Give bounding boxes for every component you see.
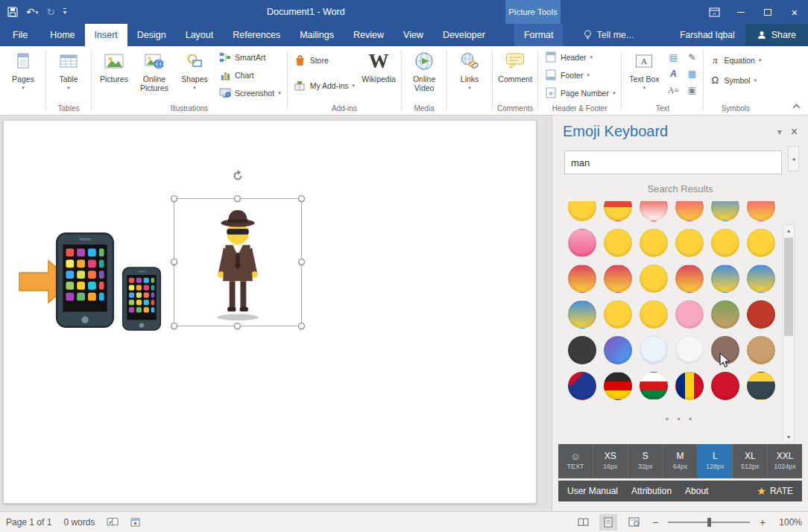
emoji-smiling-face[interactable]: [564, 201, 600, 225]
emoji-search-input[interactable]: [564, 151, 782, 174]
page-indicator[interactable]: Page 1 of 1: [6, 517, 51, 528]
scroll-up-icon[interactable]: ▴: [783, 225, 794, 236]
selection-handle-e[interactable]: [298, 259, 305, 265]
date-time-button[interactable]: ▦: [683, 66, 701, 81]
table-button[interactable]: Table▾: [48, 47, 89, 91]
tab-layout[interactable]: Layout: [176, 24, 224, 46]
proofing-icon[interactable]: [107, 517, 119, 527]
selection-handle-sw[interactable]: [171, 323, 177, 329]
page-number-button[interactable]: # Page Number ▾: [540, 85, 619, 101]
size-option-xs[interactable]: XS16px: [593, 444, 628, 478]
emoji-boy[interactable]: [707, 261, 743, 297]
footer-link-user-manual[interactable]: User Manual: [567, 486, 618, 496]
tab-developer[interactable]: Developer: [433, 24, 495, 46]
tab-mailings[interactable]: Mailings: [290, 24, 344, 46]
pictures-button[interactable]: Pictures: [94, 47, 134, 83]
scrollbar-thumb[interactable]: [784, 238, 793, 336]
emoji-flag-cayman-islands[interactable]: [564, 368, 600, 404]
emoji-family-four[interactable]: [707, 225, 743, 261]
smartart-button[interactable]: SmartArt: [215, 49, 285, 65]
zoom-in-button[interactable]: +: [757, 516, 768, 528]
size-option-xl[interactable]: XL512px: [733, 444, 768, 478]
size-option-m[interactable]: M64px: [663, 444, 698, 478]
emoji-flag-germany[interactable]: [600, 368, 636, 404]
equation-button[interactable]: π Equation ▾: [706, 52, 765, 68]
tab-references[interactable]: References: [223, 24, 290, 46]
zoom-level[interactable]: 100%: [775, 517, 802, 528]
size-option-l[interactable]: L128px: [698, 444, 733, 478]
emoji-flag-oman[interactable]: [636, 368, 672, 404]
emoji-family-woman-girl[interactable]: [743, 201, 779, 225]
emoji-family-woman-boys[interactable]: [672, 261, 707, 297]
selection-handle-s[interactable]: [234, 323, 241, 329]
selected-picture[interactable]: [174, 198, 302, 326]
save-button[interactable]: [7, 7, 18, 17]
emoji-family-man-woman-girl[interactable]: [636, 261, 672, 297]
emoji-mantelpiece-clock[interactable]: [743, 332, 779, 368]
text-box-button[interactable]: A Text Box▾: [624, 47, 664, 91]
maximize-button[interactable]: [754, 0, 781, 24]
store-button[interactable]: Store: [290, 52, 359, 68]
emoji-family-man-woman-boys[interactable]: [564, 297, 600, 332]
emoji-couple-with-heart[interactable]: [564, 225, 600, 261]
chart-button[interactable]: Chart: [215, 67, 285, 83]
emoji-kiss[interactable]: [672, 201, 707, 225]
emoji-snowman-without-snow[interactable]: [672, 332, 707, 368]
rotate-handle[interactable]: [231, 169, 244, 185]
selection-handle-n[interactable]: [234, 195, 241, 202]
emoji-family-man-girl[interactable]: [600, 261, 636, 297]
close-button[interactable]: ×: [781, 0, 808, 24]
signature-line-button[interactable]: ✎: [683, 50, 701, 65]
tab-insert[interactable]: Insert: [85, 24, 127, 46]
word-count[interactable]: 0 words: [63, 517, 95, 528]
footer-link-about[interactable]: About: [685, 486, 708, 496]
emoji-family-two-fathers-girl[interactable]: [636, 297, 672, 332]
web-layout-button[interactable]: [625, 514, 643, 531]
zoom-slider[interactable]: [668, 522, 750, 523]
emoji-family-woman-girl-boy[interactable]: [564, 261, 600, 297]
emoji-santa-claus[interactable]: [636, 201, 672, 225]
tab-format[interactable]: Format: [514, 24, 564, 46]
size-option-text[interactable]: ☺TEXT: [558, 444, 593, 478]
pages-button[interactable]: Pages▾: [3, 47, 43, 91]
size-option-xxl[interactable]: XXL1024px: [768, 444, 802, 478]
undo-dropdown-icon[interactable]: ▾: [36, 10, 39, 15]
emoji-womans-boot[interactable]: [743, 297, 779, 332]
footer-link-attribution[interactable]: Attribution: [631, 486, 672, 496]
tab-home[interactable]: Home: [40, 24, 84, 46]
symbol-button[interactable]: Ω Symbol ▾: [706, 72, 765, 88]
my-addins-button[interactable]: My Add-ins ▾: [290, 77, 359, 93]
header-button[interactable]: Header ▾: [540, 49, 619, 65]
wikipedia-button[interactable]: W Wikipedia: [359, 47, 399, 83]
emoji-man-and-woman[interactable]: [600, 201, 636, 225]
tell-me-box[interactable]: Tell me...: [584, 24, 634, 46]
redo-button[interactable]: ↻: [46, 7, 55, 17]
selection-handle-se[interactable]: [298, 323, 305, 329]
selection-handle-nw[interactable]: [171, 195, 177, 202]
scroll-down-icon[interactable]: ▾: [783, 431, 794, 443]
document-page[interactable]: [3, 120, 537, 504]
selection-handle-w[interactable]: [171, 259, 177, 265]
collapse-ribbon-button[interactable]: [792, 101, 801, 111]
emoji-man-in-tuxedo[interactable]: [743, 368, 779, 404]
emoji-mans-shoe[interactable]: [564, 332, 600, 368]
emoji-family-two-mothers[interactable]: [636, 225, 672, 261]
selection-handle-ne[interactable]: [298, 195, 305, 202]
shapes-button[interactable]: Shapes▾: [174, 47, 215, 91]
pane-options-chevron-icon[interactable]: ▾: [777, 127, 782, 137]
emoji-flag-isle-of-man[interactable]: [707, 368, 743, 404]
online-pictures-button[interactable]: Online Pictures: [134, 47, 174, 92]
tab-review[interactable]: Review: [344, 24, 394, 46]
emoji-family-man-woman-boy[interactable]: [600, 225, 636, 261]
signed-in-user[interactable]: Farshad Iqbal: [680, 24, 745, 46]
emoji-womans-clothes[interactable]: [672, 297, 707, 332]
rate-button[interactable]: ★ RATE: [757, 485, 793, 497]
emoji-scrollbar[interactable]: ▴ ▾: [783, 224, 795, 443]
read-mode-button[interactable]: [574, 514, 592, 531]
zoom-out-button[interactable]: −: [650, 516, 660, 528]
ribbon-display-options-button[interactable]: [701, 0, 727, 24]
emoji-snowman[interactable]: [636, 332, 672, 368]
tab-file[interactable]: File: [0, 24, 40, 46]
emoji-flag-romania[interactable]: [672, 368, 707, 404]
tab-design[interactable]: Design: [127, 24, 176, 46]
